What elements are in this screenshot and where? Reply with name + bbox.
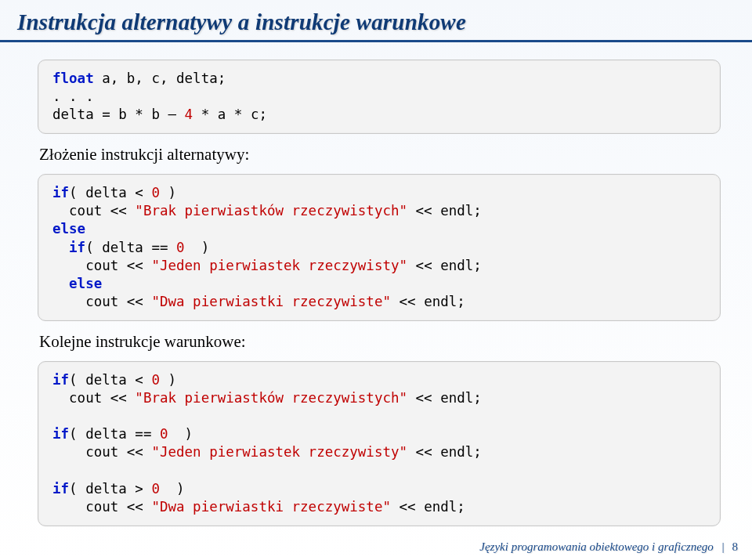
string-literal: "Jeden pierwiastek rzeczywisty" (151, 444, 407, 460)
number-literal: 4 (185, 107, 193, 122)
code-block-declaration: float a, b, c, delta; . . . delta = b * … (38, 60, 721, 134)
string-literal: "Brak pierwiastków rzeczywistych" (135, 390, 407, 406)
footer: Języki programowania obiektowego i grafi… (479, 540, 738, 554)
code-text: << endl; (391, 294, 465, 309)
code-text (52, 240, 69, 255)
keyword-if: if (52, 481, 69, 497)
code-text: ) (160, 481, 185, 497)
code-text: ( delta > (69, 481, 151, 497)
footer-text: Języki programowania obiektowego i grafi… (479, 540, 714, 553)
code-text: cout << (52, 203, 135, 219)
code-text: . . . (52, 89, 94, 104)
keyword-else: else (69, 276, 102, 291)
code-text: cout << (52, 390, 135, 406)
number-literal: 0 (160, 426, 168, 442)
section-label-alternative: Złożenie instrukcji alternatywy: (39, 145, 721, 164)
code-block-alternative: if( delta < 0 ) cout << "Brak pierwiastk… (38, 174, 721, 321)
code-text: << endl; (407, 444, 482, 460)
code-text: delta = b * b – (52, 107, 185, 122)
slide: Instrukcja alternatywy a instrukcje waru… (0, 0, 752, 560)
keyword-if: if (52, 185, 69, 201)
number-literal: 0 (151, 372, 160, 388)
content-area: float a, b, c, delta; . . . delta = b * … (0, 60, 752, 526)
code-text: << endl; (407, 203, 482, 219)
keyword-if: if (52, 426, 69, 442)
code-text (52, 276, 69, 291)
title-bar: Instrukcja alternatywy a instrukcje waru… (0, 0, 752, 42)
code-text: cout << (52, 444, 151, 460)
keyword-if: if (52, 372, 69, 388)
keyword-float: float (52, 70, 94, 86)
code-text: cout << (52, 294, 151, 309)
code-text: * a * c; (193, 107, 267, 122)
number-literal: 0 (151, 481, 160, 497)
string-literal: "Brak pierwiastków rzeczywistych" (135, 203, 407, 219)
code-text: << endl; (407, 390, 482, 406)
code-text: ) (160, 372, 176, 388)
string-literal: "Jeden pierwiastek rzeczywisty" (151, 258, 407, 273)
code-text: ( delta == (85, 240, 176, 255)
code-text: ) (168, 426, 193, 442)
code-text: << endl; (407, 258, 482, 273)
code-text: ) (160, 185, 176, 201)
code-text: a, b, c, delta; (94, 70, 226, 86)
string-literal: "Dwa pierwiastki rzeczywiste" (151, 294, 391, 309)
code-text: ( delta < (69, 372, 151, 388)
code-text: << endl; (391, 499, 465, 515)
code-text: cout << (52, 258, 151, 273)
code-text: ( delta < (69, 185, 151, 201)
footer-separator: | (721, 540, 725, 553)
section-label-sequential: Kolejne instrukcje warunkowe: (39, 332, 721, 352)
string-literal: "Dwa pierwiastki rzeczywiste" (151, 499, 391, 515)
keyword-else: else (52, 221, 85, 237)
code-block-sequential: if( delta < 0 ) cout << "Brak pierwiastk… (38, 361, 721, 526)
page-number: 8 (732, 540, 739, 553)
code-text: ( delta == (69, 426, 160, 442)
keyword-if: if (69, 240, 85, 255)
code-text: cout << (52, 499, 151, 515)
slide-title: Instrukcja alternatywy a instrukcje waru… (17, 9, 730, 35)
code-text: ) (185, 240, 210, 255)
number-literal: 0 (176, 240, 185, 255)
number-literal: 0 (151, 185, 160, 201)
